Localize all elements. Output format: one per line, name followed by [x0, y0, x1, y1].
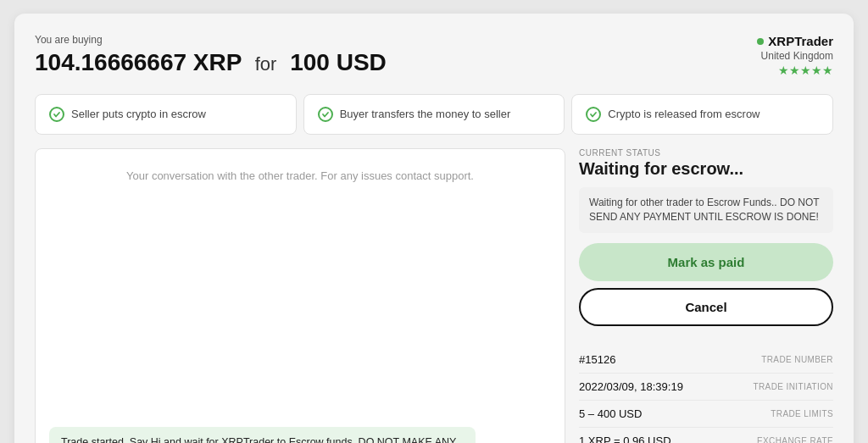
main-container: You are buying 104.16666667 XRP for 100 …	[14, 14, 854, 443]
trade-limits-label: TRADE LIMITS	[771, 409, 833, 418]
header-left: You are buying 104.16666667 XRP for 100 …	[35, 34, 387, 76]
step-3-check	[586, 107, 601, 122]
step-1-label: Seller puts crypto in escrow	[71, 108, 206, 122]
trade-initiation-label: TRADE INITIATION	[753, 382, 833, 391]
step-2-label: Buyer transfers the money to seller	[340, 108, 511, 122]
message-text: Trade started. Say Hi and wait for XRPTr…	[61, 435, 464, 443]
trade-limits-value: 5 – 400 USD	[579, 407, 642, 420]
step-2-check	[318, 107, 333, 122]
status-section: CURRENT STATUS Waiting for escrow... Wai…	[579, 148, 833, 336]
status-notice: Waiting for other trader to Escrow Funds…	[579, 187, 833, 233]
current-status-label: CURRENT STATUS	[579, 148, 833, 158]
chat-area: Your conversation with the other trader.…	[35, 148, 565, 443]
header-right: XRPTrader United Kingdom ★★★★★	[757, 34, 833, 77]
main-content: Your conversation with the other trader.…	[35, 148, 833, 443]
trader-stars: ★★★★★	[757, 64, 833, 77]
trade-number-label: TRADE NUMBER	[761, 355, 833, 364]
mark-as-paid-button[interactable]: Mark as paid	[579, 243, 833, 281]
step-3-label: Crypto is released from escrow	[608, 108, 760, 122]
cancel-button[interactable]: Cancel	[579, 288, 833, 326]
step-1-check	[49, 107, 64, 122]
you-are-buying-label: You are buying	[35, 34, 387, 46]
crypto-amount: 104.16666667 XRP	[35, 49, 242, 75]
step-2: Buyer transfers the money to seller	[303, 94, 565, 135]
step-1: Seller puts crypto in escrow	[35, 94, 297, 135]
trade-details: #15126 TRADE NUMBER 2022/03/09, 18:39:19…	[579, 346, 833, 443]
exchange-rate-row: 1 XRP = 0.96 USD EXCHANGE RATE	[579, 428, 833, 443]
trade-number-value: #15126	[579, 353, 615, 366]
trader-location: United Kingdom	[757, 50, 833, 62]
exchange-rate-label: EXCHANGE RATE	[757, 436, 833, 443]
trade-limits-row: 5 – 400 USD TRADE LIMITS	[579, 401, 833, 428]
steps-bar: Seller puts crypto in escrow Buyer trans…	[35, 94, 833, 135]
status-title: Waiting for escrow...	[579, 159, 833, 179]
trade-number-row: #15126 TRADE NUMBER	[579, 346, 833, 374]
trade-amount: 104.16666667 XRP for 100 USD	[35, 49, 387, 76]
right-panel: CURRENT STATUS Waiting for escrow... Wai…	[579, 148, 833, 443]
chat-placeholder: Your conversation with the other trader.…	[36, 149, 565, 334]
trade-initiation-value: 2022/03/09, 18:39:19	[579, 380, 683, 393]
for-text: for	[255, 53, 277, 75]
fiat-amount: 100 USD	[290, 49, 387, 75]
trader-name: XRPTrader	[757, 34, 833, 48]
exchange-rate-value: 1 XRP = 0.96 USD	[579, 435, 671, 443]
trade-start-message: Trade started. Say Hi and wait for XRPTr…	[49, 427, 476, 443]
step-3: Crypto is released from escrow	[571, 94, 833, 135]
header: You are buying 104.16666667 XRP for 100 …	[35, 34, 833, 77]
chat-placeholder-text: Your conversation with the other trader.…	[126, 169, 474, 182]
trader-online-dot	[757, 38, 764, 45]
chat-messages: Trade started. Say Hi and wait for XRPTr…	[36, 334, 565, 443]
trade-initiation-row: 2022/03/09, 18:39:19 TRADE INITIATION	[579, 374, 833, 401]
